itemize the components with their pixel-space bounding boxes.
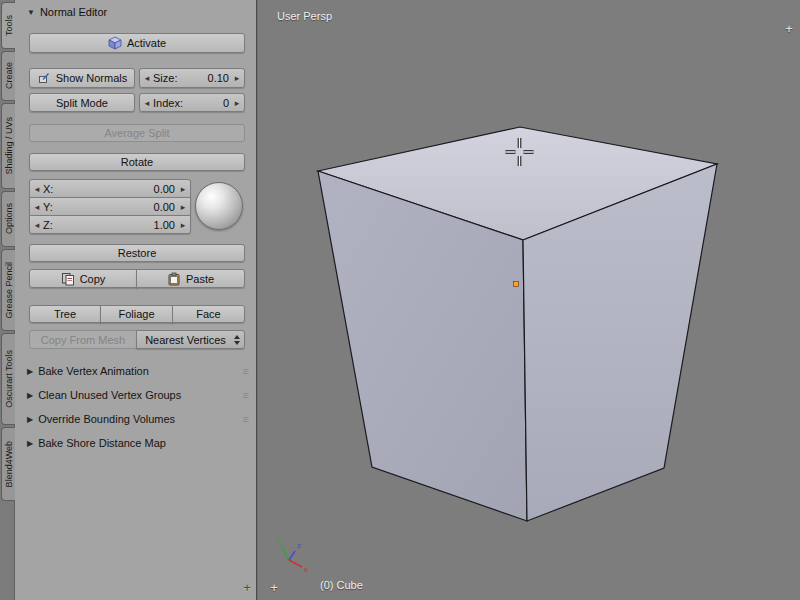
restore-button[interactable]: Restore: [29, 244, 245, 262]
axis-z-label: z: [297, 541, 301, 550]
tab-label: Shading / UVs: [4, 117, 14, 175]
tab-tools[interactable]: Tools: [1, 2, 16, 49]
average-split-button: Average Split: [29, 124, 245, 142]
tab-label: Grease Pencil: [4, 262, 14, 319]
index-field[interactable]: ◂ Index: 0 ▸: [139, 93, 245, 112]
face-button[interactable]: Face: [172, 305, 245, 323]
tab-label: Tools: [4, 15, 14, 36]
normal-y-field[interactable]: ◂ Y: 0.00 ▸: [29, 197, 191, 216]
increment-arrow-icon[interactable]: ▸: [177, 184, 189, 194]
panel-grip-icon[interactable]: ≡: [243, 365, 249, 377]
object-info-label: (0) Cube: [320, 579, 363, 591]
tree-label: Tree: [54, 308, 76, 320]
tab-oscurart-tools[interactable]: Oscurart Tools: [1, 333, 15, 425]
tab-label: Blend4Web: [4, 441, 14, 487]
tree-button[interactable]: Tree: [29, 305, 101, 323]
collapsed-panel-title: Override Bounding Volumes: [38, 413, 175, 425]
index-value: 0: [183, 97, 231, 109]
panel-grip-icon[interactable]: ≡: [243, 413, 249, 425]
viewport-scene: x y z: [258, 0, 800, 600]
blender-window: Tools Create Shading / UVs Options Greas…: [0, 0, 800, 600]
foliage-button[interactable]: Foliage: [100, 305, 173, 323]
tab-blend4web[interactable]: Blend4Web: [1, 427, 15, 501]
x-label: X:: [43, 183, 53, 195]
size-label: Size:: [153, 72, 177, 84]
show-normals-label: Show Normals: [56, 72, 128, 84]
tab-label: Create: [4, 62, 14, 89]
tab-grease-pencil[interactable]: Grease Pencil: [1, 249, 15, 331]
panel-expand-icon: ▼: [27, 8, 35, 17]
clean-unused-vertex-groups-panel-header[interactable]: ▶ Clean Unused Vertex Groups ≡: [27, 386, 249, 404]
decrement-arrow-icon[interactable]: ◂: [141, 73, 153, 83]
size-field[interactable]: ◂ Size: 0.10 ▸: [139, 68, 245, 88]
show-normals-button[interactable]: Show Normals: [29, 68, 135, 88]
copy-icon: [61, 272, 75, 286]
restore-label: Restore: [118, 247, 157, 259]
normal-z-field[interactable]: ◂ Z: 1.00 ▸: [29, 215, 191, 234]
normal-direction-sphere-widget[interactable]: [195, 182, 243, 230]
mesh-cube-icon: [108, 36, 122, 50]
panel-grip-icon[interactable]: ≡: [243, 389, 249, 401]
collapsed-panel-title: Bake Shore Distance Map: [38, 437, 166, 449]
y-value: 0.00: [53, 201, 177, 213]
copy-from-mesh-label: Copy From Mesh: [41, 334, 125, 346]
panel-collapsed-icon: ▶: [27, 367, 33, 376]
increment-arrow-icon[interactable]: ▸: [177, 202, 189, 212]
mode-dropdown-value: Nearest Vertices: [137, 334, 234, 346]
decrement-arrow-icon[interactable]: ◂: [31, 220, 43, 230]
viewport-3d[interactable]: x y z User Persp (0) Cube + +: [258, 0, 800, 600]
tab-shading-uvs[interactable]: Shading / UVs: [1, 103, 15, 189]
open-properties-region-plus-button[interactable]: +: [782, 21, 796, 35]
size-value: 0.10: [177, 72, 231, 84]
y-label: Y:: [43, 201, 53, 213]
bake-vertex-animation-panel-header[interactable]: ▶ Bake Vertex Animation ≡: [27, 362, 249, 380]
show-normals-icon: [37, 71, 51, 85]
paste-icon: [167, 272, 181, 286]
activate-label: Activate: [127, 37, 166, 49]
paste-button[interactable]: Paste: [136, 269, 245, 288]
tool-shelf-region: ▼ Normal Editor Activate Show Normals: [15, 0, 257, 600]
selected-vertex[interactable]: [514, 282, 519, 287]
collapsed-panel-title: Bake Vertex Animation: [38, 365, 149, 377]
increment-arrow-icon[interactable]: ▸: [231, 98, 243, 108]
panel-collapsed-icon: ▶: [27, 391, 33, 400]
mode-dropdown[interactable]: Nearest Vertices: [136, 330, 245, 349]
collapsed-panel-title: Clean Unused Vertex Groups: [38, 389, 181, 401]
panel-title: Normal Editor: [40, 6, 107, 18]
axis-x-label: x: [304, 565, 308, 574]
normal-x-field[interactable]: ◂ X: 0.00 ▸: [29, 179, 191, 198]
tab-label: Options: [4, 203, 14, 234]
split-mode-button[interactable]: Split Mode: [29, 93, 135, 112]
viewport-plus-button[interactable]: +: [267, 580, 281, 594]
cube-mesh[interactable]: [318, 127, 717, 521]
decrement-arrow-icon[interactable]: ◂: [31, 184, 43, 194]
add-panel-plus-button[interactable]: +: [240, 580, 254, 594]
toolshelf-tab-strip: Tools Create Shading / UVs Options Greas…: [0, 0, 15, 600]
tab-label: Oscurart Tools: [4, 350, 14, 408]
decrement-arrow-icon[interactable]: ◂: [141, 98, 153, 108]
z-value: 1.00: [53, 219, 177, 231]
increment-arrow-icon[interactable]: ▸: [231, 73, 243, 83]
split-mode-label: Split Mode: [56, 97, 108, 109]
panel-collapsed-icon: ▶: [27, 439, 33, 448]
z-label: Z:: [43, 219, 53, 231]
axis-y-label: y: [276, 535, 280, 544]
rotate-button[interactable]: Rotate: [29, 153, 245, 171]
foliage-label: Foliage: [118, 308, 154, 320]
decrement-arrow-icon[interactable]: ◂: [31, 202, 43, 212]
rotate-label: Rotate: [121, 156, 153, 168]
activate-button[interactable]: Activate: [29, 33, 245, 53]
tab-options[interactable]: Options: [1, 191, 15, 247]
face-label: Face: [196, 308, 220, 320]
normal-editor-panel-header[interactable]: ▼ Normal Editor: [27, 4, 107, 20]
x-value: 0.00: [53, 183, 177, 195]
increment-arrow-icon[interactable]: ▸: [177, 220, 189, 230]
copy-button[interactable]: Copy: [29, 269, 137, 288]
dropdown-arrows-icon: [234, 335, 240, 345]
copy-from-mesh-button: Copy From Mesh: [29, 330, 137, 349]
average-split-label: Average Split: [104, 127, 169, 139]
override-bounding-volumes-panel-header[interactable]: ▶ Override Bounding Volumes ≡: [27, 410, 249, 428]
tab-create[interactable]: Create: [1, 51, 15, 101]
bake-shore-distance-map-panel-header[interactable]: ▶ Bake Shore Distance Map: [27, 434, 249, 452]
copy-label: Copy: [80, 273, 106, 285]
